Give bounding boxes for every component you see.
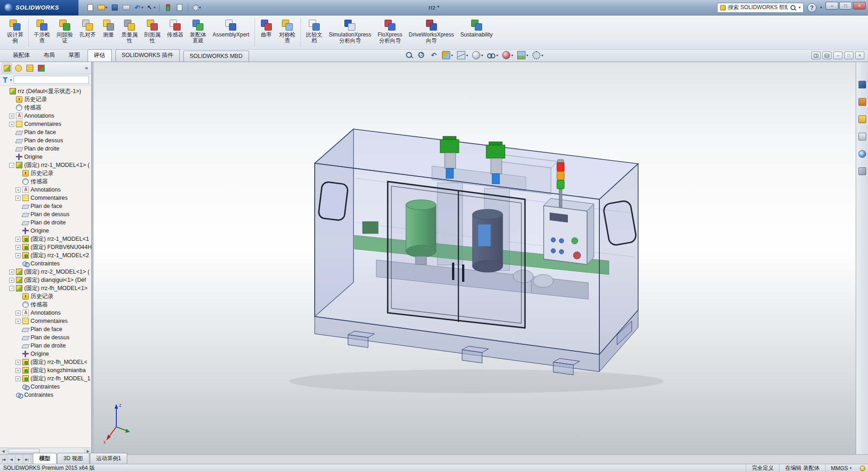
configurationmanager-tab[interactable] (25, 63, 35, 73)
view-orientation-dropdown-arrow-icon[interactable]: ▾ (466, 53, 468, 57)
expander-icon[interactable]: + (16, 187, 21, 192)
help-dropdown-arrow-icon[interactable]: ▾ (820, 5, 822, 10)
tree-item[interactable]: +Annotations (0, 186, 91, 194)
restore-document-button[interactable]: □ (844, 52, 853, 59)
tree-item[interactable]: Contraintes (0, 383, 91, 391)
expander-icon[interactable]: - (9, 286, 14, 291)
sheet-nav-last-button[interactable]: ▶| (23, 455, 31, 464)
tree-item[interactable]: Plan de face (0, 128, 91, 136)
ribbon-button-measure[interactable]: 测量 (99, 17, 118, 48)
ribbon-button-symmetry-check[interactable]: 对称检查 (276, 17, 299, 48)
ribbon-button-sustainability[interactable]: Sustainability (457, 17, 496, 48)
tree-item[interactable]: 传感器 (0, 301, 91, 309)
hide-show-items-dropdown-arrow-icon[interactable]: ▾ (496, 53, 498, 57)
tree-root[interactable]: rrz (Défaut<显示状态-1>) (0, 87, 91, 95)
tree-item[interactable]: +(固定) FDRBV6NU044H (0, 243, 91, 251)
hud-edit-appearance-button[interactable]: ▾ (502, 51, 513, 59)
tree-item[interactable]: Plan de dessus (0, 136, 91, 145)
hud-view-settings-button[interactable]: ▾ (532, 51, 543, 59)
tree-item[interactable]: 历史记录 (0, 292, 91, 301)
tree-item[interactable]: -(固定) rrz-1_MODEL<1> ( (0, 161, 91, 169)
expander-icon[interactable]: + (16, 196, 21, 201)
qat-save-button[interactable] (109, 2, 120, 13)
tree-item[interactable]: +(固定) rrz-1_MODEL<1 (0, 235, 91, 243)
tree-item[interactable]: Contraintes (0, 259, 91, 268)
minimize-button[interactable]: – (826, 2, 838, 10)
display-style-dropdown-arrow-icon[interactable]: ▾ (481, 53, 483, 57)
expander-icon[interactable]: + (16, 237, 21, 242)
tree-item[interactable]: +Annotations (0, 112, 91, 120)
tree-item[interactable]: +Commentaires (0, 317, 91, 325)
hud-view-orientation-button[interactable]: ▾ (457, 51, 468, 59)
tree-item[interactable]: +Annotations (0, 309, 91, 317)
hud-previous-view-button[interactable]: ↶ (430, 51, 438, 59)
hud-section-view-button[interactable]: ▾ (442, 51, 453, 59)
tree-item[interactable]: Contraintes (0, 391, 91, 399)
qat-select-button[interactable]: ↖▾ (145, 2, 156, 13)
appearances-scenes-button[interactable] (857, 149, 867, 159)
edit-appearance-dropdown-arrow-icon[interactable]: ▾ (511, 53, 513, 57)
tab-solidworks-addins[interactable]: SOLIDWORKS 插件 (115, 49, 180, 62)
open-document-dropdown-arrow-icon[interactable]: ▾ (105, 5, 107, 10)
undo-dropdown-arrow-icon[interactable]: ▾ (141, 5, 143, 10)
ribbon-button-mass-properties[interactable]: 质量属性 (118, 17, 141, 48)
tree-filter-input[interactable] (14, 76, 89, 84)
custom-properties-button[interactable] (857, 166, 867, 176)
tree-item[interactable]: Plan de face (0, 202, 91, 210)
options-dropdown-arrow-icon[interactable]: ▾ (199, 5, 201, 10)
hud-zoom-area-button[interactable] (417, 51, 426, 59)
tree-item[interactable]: +Commentaires (0, 120, 91, 128)
sheet-tab-3d-views[interactable]: 3D 视图 (57, 453, 89, 464)
sheet-nav-next-button[interactable]: ▶ (16, 455, 23, 464)
expander-icon[interactable]: + (9, 278, 14, 283)
qat-new-document-button[interactable] (85, 2, 96, 13)
qat-file-properties-button[interactable] (174, 2, 185, 13)
tree-item[interactable]: Origine (0, 227, 91, 235)
ribbon-button-assembly-xpert[interactable]: AssemblyXpert (209, 17, 253, 48)
tree-item[interactable]: +Commentaires (0, 194, 91, 202)
tree-item[interactable]: +(固定) rrz-fh_MODEL< (0, 358, 91, 366)
file-explorer-button[interactable] (857, 114, 867, 124)
select-dropdown-arrow-icon[interactable]: ▾ (154, 5, 156, 10)
qat-undo-button[interactable]: ↶▾ (133, 2, 144, 13)
tree-item[interactable]: Origine (0, 350, 91, 358)
close-document-button[interactable]: × (855, 52, 864, 59)
minimize-document-button[interactable]: – (833, 52, 842, 59)
quick-tip-icon[interactable] (860, 466, 865, 471)
view-palette-button[interactable] (857, 131, 867, 141)
tree-item[interactable]: +(固定) rrz-fh_MODEL_1 (0, 374, 91, 383)
filter-funnel-icon[interactable] (2, 77, 8, 83)
tab-layout[interactable]: 布局 (37, 49, 62, 62)
ribbon-button-compare-documents[interactable]: 比较文档 (303, 17, 326, 48)
tree-item[interactable]: Plan de face (0, 325, 91, 333)
expander-icon[interactable]: + (16, 245, 21, 250)
expander-icon[interactable]: + (16, 311, 21, 316)
apply-scene-dropdown-arrow-icon[interactable]: ▾ (526, 53, 528, 57)
machine-model[interactable] (94, 62, 856, 454)
tree-item[interactable]: Origine (0, 153, 91, 161)
section-view-dropdown-arrow-icon[interactable]: ▾ (451, 53, 453, 57)
expander-icon[interactable]: + (16, 253, 21, 258)
door-handle[interactable] (462, 265, 464, 282)
tree-item[interactable]: +(固定) rrz-1_MODEL<2 (0, 251, 91, 259)
filter-dropdown-arrow-icon[interactable]: ▾ (10, 78, 12, 82)
tree-item[interactable]: +(固定) dianqigui<1> (Déf (0, 276, 91, 284)
tree-item[interactable]: Plan de dessus (0, 210, 91, 218)
expander-icon[interactable]: + (16, 360, 21, 365)
tree-item[interactable]: Plan de dessus (0, 333, 91, 342)
tab-sketch[interactable]: 草图 (62, 49, 87, 62)
sheet-tab-model[interactable]: 模型 (33, 453, 57, 464)
units-selector[interactable]: MMGS ▾ (825, 464, 857, 472)
tree-item[interactable]: Plan de droite (0, 218, 91, 227)
ribbon-button-design-study[interactable]: 设计算 例 (4, 17, 26, 48)
ribbon-button-assembly-visualization[interactable]: 装配体直观 (187, 17, 209, 48)
expander-icon[interactable]: + (9, 114, 14, 119)
ribbon-button-simulationxpress-wizard[interactable]: SimulationXpress分析向导 (326, 17, 374, 48)
expander-icon[interactable]: + (16, 368, 21, 373)
expander-icon[interactable]: + (16, 319, 21, 324)
ribbon-button-hole-alignment[interactable]: 孔对齐 (76, 17, 99, 48)
hud-zoom-fit-button[interactable] (405, 51, 413, 59)
view-settings-dropdown-arrow-icon[interactable]: ▾ (541, 53, 543, 57)
ribbon-button-interference-check[interactable]: 干涉检查 (31, 17, 53, 48)
scroll-left-icon[interactable]: ◀ (0, 448, 7, 454)
